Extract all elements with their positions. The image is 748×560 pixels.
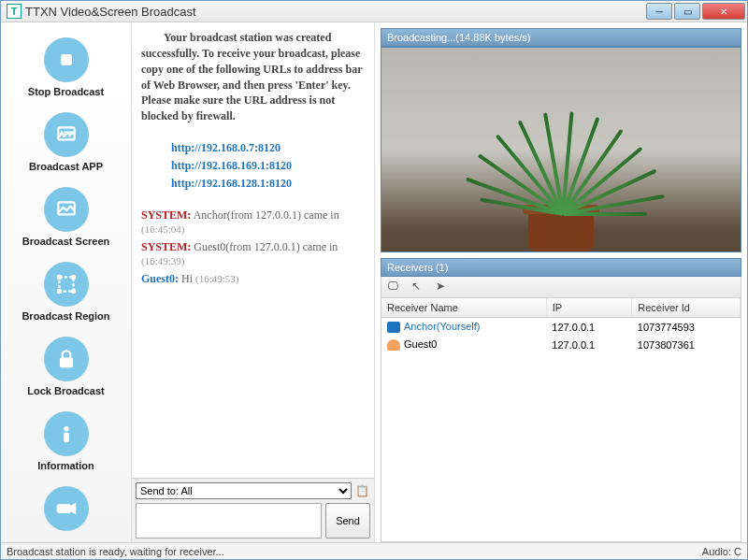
- log-text: Anchor(from 127.0.0.1) came in: [191, 208, 338, 222]
- window-title: TTXN Video&Screen Broadcast: [25, 5, 646, 19]
- app-window: T TTXN Video&Screen Broadcast ─ ▭ ✕ Stop…: [0, 0, 748, 560]
- receivers-table: Receiver Name IP Receiver Id Anchor(Your…: [381, 298, 741, 542]
- receiver-name: Guest0: [404, 338, 437, 350]
- svg-rect-12: [57, 505, 70, 513]
- anchor-icon: [387, 322, 400, 333]
- sidebar-item-extra[interactable]: [10, 482, 122, 542]
- sidebar-item-label: Stop Broadcast: [28, 86, 104, 97]
- log-entry: Guest0: Hi (16:49:53): [141, 272, 365, 286]
- broadcast-url[interactable]: http://192.168.0.7:8120: [171, 139, 365, 157]
- receiver-id: 1073807361: [632, 336, 741, 353]
- column-header[interactable]: IP: [546, 298, 631, 318]
- sidebar-item-label: Broadcast Region: [22, 310, 109, 322]
- log-prefix: Guest0:: [141, 272, 179, 285]
- monitor-icon[interactable]: 🖵: [387, 280, 402, 294]
- log-timestamp: (16:45:04): [141, 223, 184, 235]
- receiver-name: Anchor(Yourself): [404, 321, 481, 332]
- svg-text:APP: APP: [59, 130, 73, 138]
- log-text: Hi: [179, 272, 195, 285]
- svg-point-5: [57, 275, 61, 279]
- column-header[interactable]: Receiver Id: [632, 298, 741, 318]
- svg-rect-9: [60, 358, 72, 367]
- status-right: Audio: C: [702, 546, 741, 557]
- receivers-toolbar: 🖵 ↖ ➤: [381, 277, 741, 298]
- message-input[interactable]: [136, 503, 322, 538]
- message-panel: Your broadcast station was created succe…: [132, 22, 375, 542]
- sidebar-item-lock-broadcast[interactable]: Lock Broadcast: [10, 333, 122, 404]
- log-text: Guest0(from 127.0.0.1) came in: [191, 240, 338, 253]
- receivers-header: Receivers (1): [381, 258, 741, 277]
- send-button[interactable]: Send: [325, 503, 370, 538]
- broadcast-status-header: Broadcasting...(14.88K bytes/s): [381, 28, 741, 47]
- log-entry: SYSTEM: Anchor(from 127.0.0.1) came in (…: [141, 208, 365, 237]
- sidebar-item-label: Lock Broadcast: [27, 385, 105, 396]
- sidebar-item-label: Broadcast APP: [29, 161, 103, 172]
- table-row[interactable]: Guest0 127.0.0.1 1073807361: [381, 336, 741, 353]
- cursor-icon[interactable]: ↖: [411, 280, 426, 294]
- minimize-button[interactable]: ─: [646, 3, 672, 20]
- app-window-icon: APP: [44, 112, 89, 157]
- url-list: http://192.168.0.7:8120 http://192.168.1…: [171, 139, 365, 194]
- sidebar-item-broadcast-region[interactable]: Broadcast Region: [10, 258, 122, 329]
- receiver-ip: 127.0.0.1: [546, 318, 631, 337]
- guest-icon: [387, 339, 400, 351]
- camera-icon: [44, 486, 89, 531]
- lock-icon: [44, 337, 89, 381]
- sidebar-item-information[interactable]: Information: [10, 408, 122, 479]
- column-header[interactable]: Receiver Name: [381, 298, 546, 318]
- message-log: Your broadcast station was created succe…: [132, 22, 374, 478]
- sidebar-item-stop-broadcast[interactable]: Stop Broadcast: [10, 34, 122, 105]
- status-left: Broadcast station is ready, waiting for …: [7, 546, 224, 557]
- sidebar-item-label: Broadcast Screen: [22, 236, 110, 247]
- copy-icon[interactable]: 📋: [353, 482, 370, 499]
- svg-point-10: [64, 427, 67, 431]
- maximize-button[interactable]: ▭: [674, 3, 700, 20]
- log-prefix: SYSTEM:: [141, 240, 191, 253]
- broadcast-url[interactable]: http://192.168.169.1:8120: [171, 157, 365, 175]
- send-to-select[interactable]: Send to: All: [136, 482, 352, 499]
- screen-icon: [44, 187, 89, 232]
- svg-point-7: [57, 290, 61, 294]
- sidebar: Stop Broadcast APP Broadcast APP Broadca…: [1, 22, 132, 542]
- close-button[interactable]: ✕: [702, 3, 745, 20]
- log-timestamp: (16:49:53): [195, 273, 238, 284]
- app-icon: T: [7, 4, 22, 19]
- sidebar-item-broadcast-app[interactable]: APP Broadcast APP: [10, 108, 122, 179]
- stop-icon: [44, 37, 89, 82]
- svg-point-8: [71, 290, 75, 294]
- sidebar-item-broadcast-screen[interactable]: Broadcast Screen: [10, 183, 122, 254]
- log-entry: SYSTEM: Guest0(from 127.0.0.1) came in (…: [141, 240, 365, 268]
- titlebar[interactable]: T TTXN Video&Screen Broadcast ─ ▭ ✕: [1, 1, 747, 22]
- intro-text: Your broadcast station was created succe…: [141, 30, 365, 124]
- status-bar: Broadcast station is ready, waiting for …: [1, 542, 747, 559]
- svg-point-6: [71, 275, 75, 279]
- log-timestamp: (16:49:39): [141, 255, 184, 266]
- table-row[interactable]: Anchor(Yourself) 127.0.0.1 1073774593: [381, 318, 741, 337]
- region-icon: [44, 262, 89, 307]
- receiver-ip: 127.0.0.1: [546, 336, 631, 353]
- log-prefix: SYSTEM:: [141, 208, 191, 222]
- info-icon: [44, 411, 89, 456]
- right-panel: Broadcasting...(14.88K bytes/s): [375, 22, 747, 542]
- broadcast-url[interactable]: http://192.168.128.1:8120: [171, 175, 365, 193]
- svg-rect-4: [59, 278, 73, 292]
- receiver-id: 1073774593: [632, 318, 741, 337]
- video-preview: [381, 47, 741, 252]
- sidebar-item-label: Information: [37, 460, 94, 471]
- pointer-icon[interactable]: ➤: [436, 280, 451, 294]
- svg-rect-0: [61, 55, 71, 65]
- svg-rect-11: [64, 433, 67, 442]
- send-bar: Send to: All 📋 Send: [132, 478, 374, 542]
